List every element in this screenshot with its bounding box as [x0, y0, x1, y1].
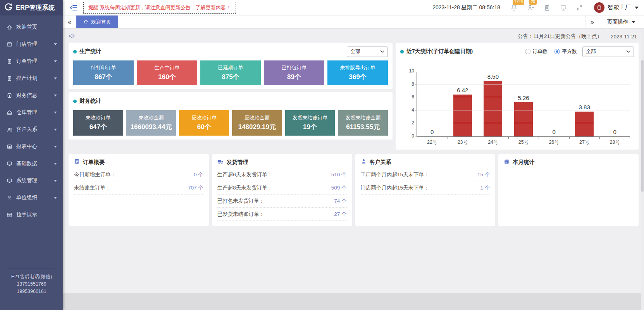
sidebar-item-reports[interactable]: 报表中心 [0, 138, 63, 155]
bell-badge: 1726 [513, 0, 524, 5]
summary-line: 已发货未结账订单： 27 个 [217, 208, 347, 221]
chevron-down-icon [632, 21, 635, 23]
y-tick-mark [415, 110, 417, 110]
summary-label: 未结账主订单： [74, 184, 111, 191]
radio-order-count[interactable]: 订单数 [525, 48, 548, 55]
customer-relations-panel: 客户关系 工厂两个月内超15天未下单： 15 个 门店两个月内超15天未下单： … [355, 154, 496, 226]
y-tick-mark [415, 136, 417, 136]
summary-label: 已打包未发货订单： [217, 198, 265, 205]
sidebar-item-label: 拉手展示 [16, 211, 57, 218]
chart-bar [484, 81, 502, 136]
production-title: 生产统计 [79, 48, 101, 55]
summary-value[interactable]: 27 个 [334, 211, 346, 218]
sidebar-item-finance[interactable]: 财务信息 [0, 87, 63, 104]
fullscreen-icon[interactable] [576, 4, 583, 11]
chevron-down-icon [54, 60, 57, 62]
speaker-icon[interactable] [69, 33, 75, 40]
bar-slot: 3.83 [569, 72, 600, 136]
stat-card-to-print[interactable]: 待打印订单 867个 [73, 60, 134, 85]
stat-card-unscheduled[interactable]: 未排版导出订单 369个 [327, 60, 388, 85]
finance-header: 财务统计 [73, 96, 388, 106]
page-actions-label: 页面操作 [607, 19, 628, 26]
tabs-scroll-right-button[interactable]: » [585, 16, 599, 28]
sidebar-item-label: 订单管理 [16, 58, 50, 65]
stat-value: 61153.55元 [346, 122, 380, 131]
section-bullet-icon [73, 50, 77, 53]
radio-icon [525, 49, 530, 54]
sidebar-item-customers[interactable]: 客户关系 [0, 121, 63, 138]
chevron-down-icon [54, 78, 57, 79]
stat-card-shipped-unsettled-amount[interactable]: 发货未结账金额 61153.55元 [338, 110, 388, 136]
sidebar: ERP管理系统 欢迎首页 门店管理 订单管理 排产计划 [0, 0, 63, 310]
sidebar-item-stores[interactable]: 门店管理 [0, 36, 63, 53]
warehouse-icon [6, 109, 12, 115]
panel-header: 订单概要 [74, 158, 203, 168]
stat-card-unpaid-amount[interactable]: 未收款金额 1660093.44元 [126, 110, 176, 136]
production-header: 生产统计 全部 [73, 46, 388, 57]
chart-gridline: 8 [417, 84, 630, 84]
document-icon [6, 58, 12, 64]
chart-gridline: 6 [417, 97, 630, 97]
x-tick-label: 28号 [599, 137, 630, 146]
sidebar-item-scheduling[interactable]: 排产计划 [0, 70, 63, 87]
stats-left-column: 生产统计 全部 待打印订单 867个 [69, 43, 393, 150]
bar-value-label: 0 [430, 129, 434, 135]
stat-label: 未收款订单 [86, 114, 111, 121]
summary-value[interactable]: 707 个 [188, 184, 203, 191]
section-bullet-icon [400, 50, 404, 53]
sidebar-item-organization[interactable]: 单位组织 [0, 189, 63, 206]
seven-day-chart-panel: 近7天统计(子订单创建日期) 订单数 平方数 [396, 43, 639, 150]
store-icon [6, 41, 12, 47]
summary-value[interactable]: 1 个 [480, 184, 490, 191]
sidebar-collapse-icon[interactable] [69, 4, 78, 12]
stat-card-unpaid-orders[interactable]: 未收款订单 647个 [73, 110, 123, 136]
production-filter-select[interactable]: 全部 [347, 46, 388, 57]
sidebar-footer: E21售后电话(微信) 13791551769 19953960161 [0, 269, 63, 295]
page-actions-menu[interactable]: 页面操作 [599, 16, 644, 28]
summary-value[interactable]: 509 个 [331, 184, 347, 191]
y-tick-mark [415, 97, 417, 97]
radio-square-meters[interactable]: 平方数 [554, 48, 577, 55]
sidebar-item-system[interactable]: 系统管理 [0, 172, 63, 189]
summary-value[interactable]: 74 个 [334, 198, 346, 205]
summary-value[interactable]: 0 个 [194, 171, 203, 178]
stat-card-in-production[interactable]: 生产中订单 160个 [137, 60, 197, 85]
sidebar-item-label: 财务信息 [16, 92, 50, 99]
announcement-text[interactable]: 公告：11月21日更新公告（晚十点） [518, 33, 602, 40]
sidebar-item-base-data[interactable]: 基础数据 [0, 155, 63, 172]
summary-label: 生产超6天未发货订单： [217, 171, 273, 178]
stat-label: 生产中订单 [155, 64, 180, 71]
sidebar-item-label: 排产计划 [16, 75, 50, 82]
x-tick-label: 25号 [508, 137, 539, 146]
sidebar-item-lashou[interactable]: 拉手展示 [0, 206, 63, 223]
summary-value[interactable]: 510 个 [331, 171, 347, 178]
y-tick-label: 4 [406, 107, 414, 113]
vertical-scrollbar[interactable] [641, 29, 644, 310]
bar-value-label: 0 [552, 129, 555, 135]
sidebar-item-orders[interactable]: 订单管理 [0, 53, 63, 70]
summary-line: 已打包未发货订单： 74 个 [217, 195, 347, 208]
sidebar-item-home[interactable]: 欢迎首页 [0, 19, 63, 36]
user-notify-icon[interactable]: 20 [527, 4, 534, 11]
tab-home[interactable]: 欢迎首页 [76, 16, 118, 28]
clipboard-icon[interactable] [544, 4, 551, 11]
stat-card-receivable-amount[interactable]: 应收款金额 148029.19元 [232, 110, 282, 136]
chart-filter-select[interactable]: 全部 [582, 46, 634, 57]
stat-label: 发货未结账订单 [293, 114, 328, 121]
chart-header: 近7天统计(子订单创建日期) 订单数 平方数 [400, 46, 634, 57]
user-menu[interactable]: 智能工厂 [594, 2, 639, 13]
display-icon[interactable] [560, 4, 567, 11]
stat-card-receivable-orders[interactable]: 应收款订单 60个 [179, 110, 229, 136]
stat-card-shipped-unsettled-orders[interactable]: 发货未结账订单 19个 [285, 110, 335, 136]
summary-value[interactable]: 15 个 [477, 171, 490, 178]
app-logo: ERP管理系统 [0, 0, 63, 16]
scrollbar-thumb[interactable] [641, 60, 644, 192]
production-cards: 待打印订单 867个 生产中订单 160个 已延期订单 875个 [73, 60, 388, 85]
bar-slot: 0 [539, 72, 569, 136]
stat-card-delayed[interactable]: 已延期订单 875个 [200, 60, 261, 85]
tabs-scroll-left-button[interactable]: « [63, 16, 76, 28]
bell-icon[interactable]: 1726 [510, 4, 518, 11]
stat-card-packed[interactable]: 已打包订单 89个 [264, 60, 324, 85]
sidebar-item-warehouse[interactable]: 仓库管理 [0, 104, 63, 121]
stats-row: 生产统计 全部 待打印订单 867个 [69, 43, 639, 150]
